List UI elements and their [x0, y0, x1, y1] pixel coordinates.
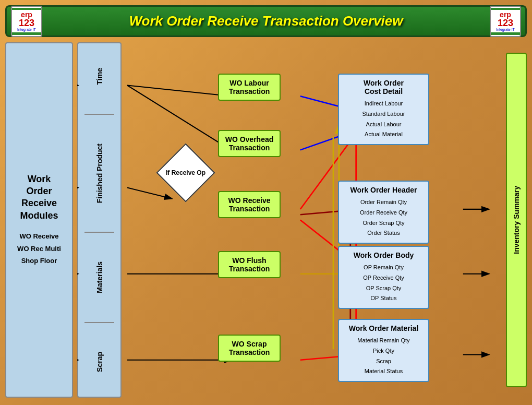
cost-detail-title: Work OrderCost Detail: [343, 79, 424, 96]
logo-123-text: 123: [19, 18, 34, 28]
divider-1: [84, 114, 114, 115]
work-order-cost-detail: Work OrderCost Detail Indirect LabourSta…: [338, 74, 429, 145]
svg-line-4: [127, 86, 231, 97]
wo-receive-transaction: WO ReceiveTransaction: [218, 191, 281, 218]
inventory-summary: Inventory Summary: [506, 53, 527, 387]
logo-integrate-text: Integrate IT: [17, 28, 36, 31]
divider-2: [84, 232, 114, 233]
input-materials: Materials: [95, 261, 104, 293]
work-order-material: Work Order Material Material Remain QtyP…: [338, 319, 429, 382]
input-time: Time: [95, 68, 104, 85]
order-material-items: Material Remain QtyPick QtyScrapMaterial…: [343, 336, 424, 377]
divider-3: [84, 322, 114, 323]
order-header-items: Order Remain QtyOrder Receive QtyOrder S…: [343, 197, 424, 239]
wo-labour-transaction: WO LabourTransaction: [218, 74, 281, 101]
svg-line-5: [127, 86, 231, 150]
logo-left: erp 123 Integrate IT: [11, 6, 42, 37]
flow-area: Time Finished Product Materials Scrap: [77, 42, 527, 398]
inventory-summary-label: Inventory Summary: [512, 186, 521, 254]
input-scrap: Scrap: [95, 352, 104, 372]
header: erp 123 Integrate IT Work Order Receive …: [5, 5, 527, 37]
left-panel-items: WO ReceiveWO Rec MultiShop Floor: [17, 230, 61, 267]
order-body-title: Work Order Body: [343, 251, 424, 259]
main-container: erp 123 Integrate IT Work Order Receive …: [0, 0, 532, 405]
arrows-svg: [77, 42, 527, 398]
logo-right: erp 123 Integrate IT: [490, 6, 521, 37]
input-finished-product: Finished Product: [95, 144, 104, 203]
work-order-body: Work Order Body OP Remain QtyOP Receive …: [338, 246, 429, 309]
left-panel-title: WorkOrderReceiveModules: [20, 173, 58, 222]
page-title: Work Order Receive Transaction Overview: [38, 13, 494, 29]
left-panel: WorkOrderReceiveModules WO ReceiveWO Rec…: [5, 42, 73, 398]
work-order-header: Work Order Header Order Remain QtyOrder …: [338, 181, 429, 244]
order-body-items: OP Remain QtyOP Receive QtyOP Scrap QtyO…: [343, 263, 424, 304]
order-header-title: Work Order Header: [343, 186, 424, 194]
cost-detail-items: Indirect LabourStandard LabourActual Lab…: [343, 99, 424, 140]
content-area: WorkOrderReceiveModules WO ReceiveWO Rec…: [5, 42, 527, 398]
order-material-title: Work Order Material: [343, 324, 424, 332]
wo-scrap-transaction: WO ScrapTransaction: [218, 335, 281, 362]
input-column: Time Finished Product Materials Scrap: [77, 42, 122, 398]
wo-flush-transaction: WO FlushTransaction: [218, 251, 281, 278]
diamond-label: If Receive Op: [160, 152, 212, 194]
logo-erp-text: erp: [19, 11, 34, 18]
diamond-container: If Receive Op: [160, 152, 212, 194]
wo-overhead-transaction: WO OverheadTransaction: [218, 130, 281, 157]
